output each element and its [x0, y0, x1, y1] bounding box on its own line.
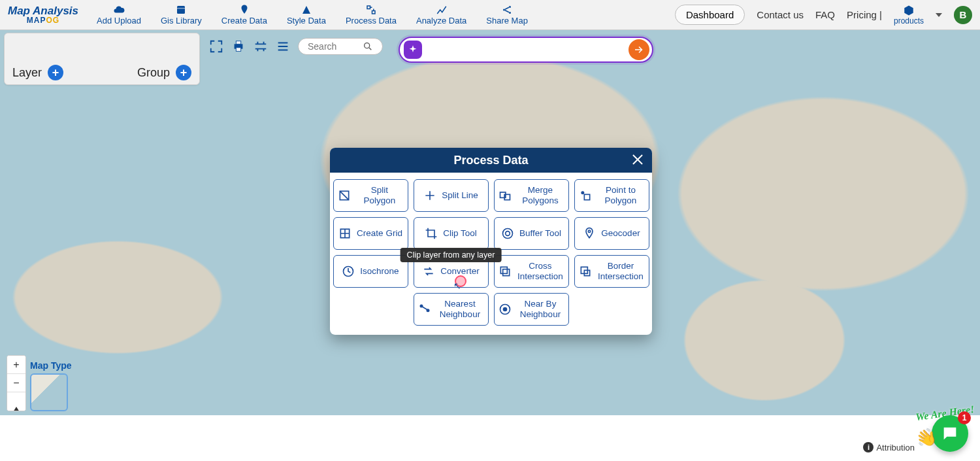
products-menu[interactable]: products	[894, 5, 924, 26]
nav-style-data[interactable]: Style Data	[287, 4, 326, 26]
layer-panel: Layer + Group +	[4, 33, 200, 85]
sparkle-icon	[404, 41, 422, 59]
process-icon	[365, 4, 377, 16]
modal-title: Process Data	[453, 154, 528, 167]
svg-point-11	[581, 192, 583, 194]
nav-items: Add Upload Gis Library Create Data Style…	[97, 4, 528, 26]
tool-merge-polygons[interactable]: Merge Polygons	[494, 179, 569, 212]
tool-border-intersection[interactable]: Border Intersection	[574, 255, 649, 288]
zoom-control: + −	[7, 355, 26, 411]
group-section: Group +	[137, 65, 191, 80]
tool-converter[interactable]: Clip layer from any layer Converter ↖	[414, 255, 489, 288]
nav-share-map[interactable]: Share Map	[486, 4, 528, 26]
svg-rect-6	[236, 48, 240, 52]
tool-split-line[interactable]: Split Line	[414, 179, 489, 212]
style-icon	[301, 4, 312, 16]
tool-geocoder[interactable]: Geocoder	[574, 217, 649, 250]
faq-link[interactable]: FAQ	[815, 9, 835, 20]
pricing-link[interactable]: Pricing |	[847, 9, 882, 20]
chat-icon	[941, 424, 959, 443]
svg-point-7	[365, 43, 370, 48]
map-type-control: Map Type	[30, 360, 72, 411]
tool-cross-intersection[interactable]: Cross Intersection	[494, 255, 569, 288]
search-input[interactable]: Search	[298, 38, 383, 55]
dashboard-button[interactable]: Dashboard	[675, 5, 745, 25]
brand-title: Map Analysis	[8, 5, 78, 16]
svg-rect-12	[584, 194, 589, 199]
process-data-modal: Process Data Split Polygon Split Line Me…	[330, 148, 652, 335]
search-placeholder: Search	[308, 41, 336, 52]
map-canvas[interactable]: Layer + Group + Search + −	[0, 30, 980, 461]
reset-north-button[interactable]	[7, 392, 25, 411]
svg-point-15	[589, 230, 591, 232]
svg-point-23	[503, 308, 506, 311]
library-icon	[175, 4, 187, 16]
tool-near-by-neighbour[interactable]: Near By Neighbour	[494, 293, 569, 326]
attribution[interactable]: i Attribution	[857, 440, 921, 454]
modal-header: Process Data	[330, 148, 652, 173]
nav-gis-library[interactable]: Gis Library	[161, 4, 202, 26]
search-icon	[363, 41, 373, 52]
print-icon[interactable]	[231, 39, 246, 54]
avatar[interactable]: B	[954, 6, 972, 24]
caret-down-icon[interactable]	[936, 13, 942, 17]
add-group-button[interactable]: +	[176, 65, 191, 80]
tool-point-to-polygon[interactable]: Point to Polygon	[574, 179, 649, 212]
tool-buffer-tool[interactable]: Buffer Tool	[494, 217, 569, 250]
tool-create-grid[interactable]: Create Grid	[333, 217, 408, 250]
nav-process-data[interactable]: Process Data	[346, 4, 397, 26]
cube-icon	[903, 5, 915, 16]
zoom-out-button[interactable]: −	[7, 374, 25, 392]
nav-analyze-data[interactable]: Analyze Data	[416, 4, 466, 26]
ai-search-bar[interactable]	[399, 37, 653, 63]
topbar-right: Dashboard Contact us FAQ Pricing | produ…	[675, 5, 972, 26]
brand-sub: MAPOG	[27, 16, 59, 24]
tool-nearest-neighbour[interactable]: Nearest Neighbour	[414, 293, 489, 326]
zoom-in-button[interactable]: +	[7, 356, 25, 374]
pin-icon	[238, 4, 250, 16]
add-layer-button[interactable]: +	[48, 65, 63, 80]
share-icon	[501, 4, 513, 16]
analyze-icon	[436, 4, 448, 16]
info-icon: i	[863, 442, 874, 452]
tool-strip: Search	[209, 38, 383, 55]
modal-close-button[interactable]	[630, 152, 645, 167]
fullscreen-icon[interactable]	[209, 39, 223, 54]
nav-create-data[interactable]: Create Data	[221, 4, 267, 26]
tool-isochrone[interactable]: Isochrone	[333, 255, 408, 288]
list-icon[interactable]	[276, 39, 290, 54]
cursor-indicator: ↖	[448, 275, 461, 288]
modal-tool-grid: Split Polygon Split Line Merge Polygons …	[330, 173, 652, 335]
svg-point-2	[509, 6, 511, 8]
svg-point-14	[502, 229, 512, 239]
map-type-preview[interactable]	[30, 373, 68, 411]
map-type-label: Map Type	[30, 360, 72, 371]
layer-section: Layer +	[12, 65, 63, 80]
svg-rect-5	[236, 41, 240, 44]
svg-rect-17	[500, 267, 507, 273]
ai-submit-button[interactable]	[629, 39, 649, 60]
svg-rect-18	[502, 269, 509, 276]
tooltip: Clip layer from any layer	[400, 248, 502, 262]
ruler-icon[interactable]	[253, 39, 268, 54]
svg-point-13	[506, 231, 510, 236]
brand[interactable]: Map Analysis MAPOG	[8, 5, 78, 24]
cloud-upload-icon	[113, 4, 125, 16]
tool-split-polygon[interactable]: Split Polygon	[333, 179, 408, 212]
topbar: Map Analysis MAPOG Add Upload Gis Librar…	[0, 0, 980, 30]
nav-add-upload[interactable]: Add Upload	[97, 4, 141, 26]
svg-point-3	[509, 12, 511, 14]
svg-rect-0	[177, 6, 185, 14]
tool-clip-tool[interactable]: Clip Tool	[414, 217, 489, 250]
contact-link[interactable]: Contact us	[757, 9, 804, 20]
chat-notification-badge: 1	[958, 411, 971, 424]
svg-point-1	[503, 9, 505, 11]
